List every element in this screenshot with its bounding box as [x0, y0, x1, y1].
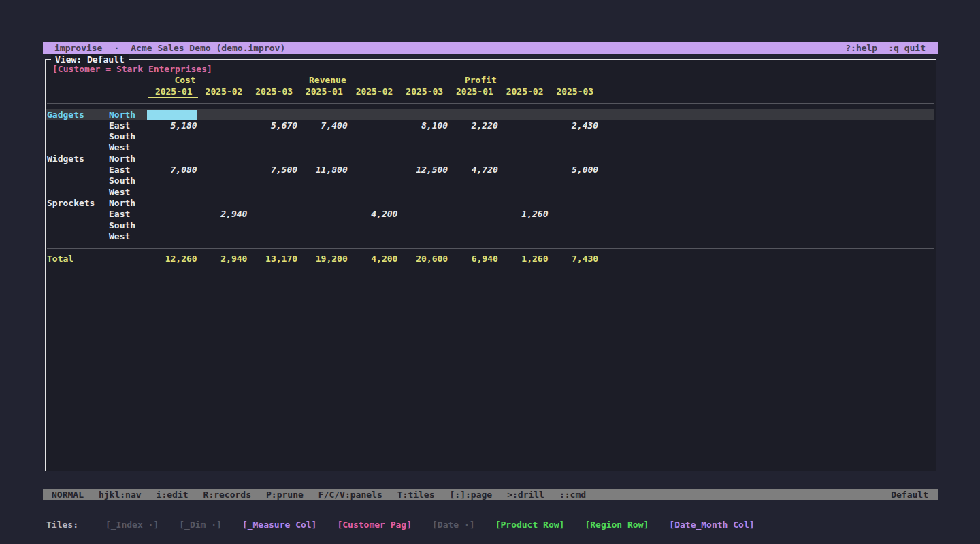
cell-0-4[interactable] [348, 109, 398, 120]
cell-7-2[interactable] [247, 187, 297, 198]
cell-11-7[interactable] [498, 231, 549, 242]
column-header-6[interactable]: 2025-01 [448, 86, 499, 98]
table-row-4[interactable]: WidgetsNorth [46, 154, 936, 165]
table-row-6[interactable]: South [46, 175, 936, 186]
cell-11-1[interactable] [197, 231, 248, 242]
cell-9-4[interactable]: 4,200 [348, 209, 398, 220]
cell-6-0[interactable] [147, 175, 197, 186]
tile-measure-col[interactable]: [_Measure Col] [242, 519, 317, 530]
cell-10-6[interactable] [448, 220, 498, 231]
cell-2-6[interactable] [448, 131, 498, 142]
cell-8-5[interactable] [397, 198, 448, 209]
cell-7-1[interactable] [197, 187, 248, 198]
cell-8-0[interactable] [147, 198, 197, 209]
cell-0-2[interactable] [247, 109, 297, 120]
cell-2-1[interactable] [197, 131, 248, 142]
cell-7-6[interactable] [448, 187, 498, 198]
column-header-2[interactable]: 2025-03 [248, 86, 298, 98]
table-row-7[interactable]: West [46, 187, 936, 198]
cell-7-4[interactable] [348, 187, 398, 198]
cell-8-3[interactable] [297, 198, 348, 209]
table-row-5[interactable]: East7,0807,50011,80012,5004,7205,000 [46, 165, 936, 175]
cell-4-0[interactable] [147, 154, 197, 165]
cell-4-5[interactable] [397, 154, 448, 165]
table-row-2[interactable]: South [46, 131, 936, 142]
cell-10-0[interactable] [147, 220, 197, 231]
cell-0-5[interactable] [397, 109, 448, 120]
cell-11-8[interactable] [549, 231, 599, 242]
cell-4-4[interactable] [348, 154, 398, 165]
cell-10-5[interactable] [397, 220, 448, 231]
tile-product-row[interactable]: [Product Row] [495, 519, 565, 530]
cell-1-7[interactable] [498, 120, 549, 131]
tile-customer-pag[interactable]: [Customer Pag] [337, 519, 412, 530]
cell-cursor[interactable] [147, 110, 197, 120]
cell-5-4[interactable] [348, 165, 398, 175]
cell-9-7[interactable]: 1,260 [498, 209, 549, 220]
cell-11-4[interactable] [348, 231, 398, 242]
cell-2-3[interactable] [297, 131, 348, 142]
measure-group-revenue[interactable]: Revenue [298, 75, 448, 86]
cell-1-1[interactable] [197, 120, 248, 131]
cell-9-0[interactable] [147, 209, 197, 220]
column-header-3[interactable]: 2025-01 [298, 86, 348, 98]
cell-6-5[interactable] [397, 175, 448, 186]
table-row-8[interactable]: SprocketsNorth [46, 198, 936, 209]
cell-4-2[interactable] [247, 154, 297, 165]
help-hint[interactable]: ?:help [845, 43, 877, 53]
cell-10-7[interactable] [498, 220, 549, 231]
cell-4-8[interactable] [549, 154, 599, 165]
column-header-5[interactable]: 2025-03 [398, 86, 448, 98]
cell-6-2[interactable] [247, 175, 297, 186]
cell-8-1[interactable] [197, 198, 248, 209]
cell-3-8[interactable] [549, 142, 599, 153]
tile-date-month-col[interactable]: [Date_Month Col] [669, 519, 754, 530]
cell-9-3[interactable] [297, 209, 348, 220]
table-row-1[interactable]: East5,1805,6707,4008,1002,2202,430 [46, 120, 936, 131]
tile-region-row[interactable]: [Region Row] [585, 519, 649, 530]
column-header-8[interactable]: 2025-03 [549, 86, 600, 98]
cell-2-4[interactable] [348, 131, 398, 142]
cell-2-5[interactable] [397, 131, 448, 142]
cell-9-6[interactable] [448, 209, 498, 220]
cell-2-8[interactable] [549, 131, 599, 142]
cell-3-0[interactable] [147, 142, 197, 153]
cell-10-3[interactable] [297, 220, 348, 231]
cell-5-1[interactable] [197, 165, 248, 175]
cell-5-6[interactable]: 4,720 [448, 165, 498, 175]
cell-4-1[interactable] [197, 154, 248, 165]
cell-9-1[interactable]: 2,940 [197, 209, 248, 220]
column-header-7[interactable]: 2025-02 [499, 86, 549, 98]
cell-7-0[interactable] [147, 187, 197, 198]
cell-10-2[interactable] [247, 220, 297, 231]
cell-4-7[interactable] [498, 154, 549, 165]
cell-8-7[interactable] [498, 198, 549, 209]
cell-0-3[interactable] [297, 109, 348, 120]
table-row-0[interactable]: GadgetsNorth [46, 109, 934, 120]
cell-0-8[interactable] [549, 109, 599, 120]
cell-11-2[interactable] [247, 231, 297, 242]
cell-3-6[interactable] [448, 142, 498, 153]
quit-hint[interactable]: :q quit [888, 43, 926, 53]
cell-1-2[interactable]: 5,670 [247, 120, 297, 131]
column-header-0[interactable]: 2025-01 [148, 86, 198, 98]
cell-6-6[interactable] [448, 175, 498, 186]
cell-5-5[interactable]: 12,500 [397, 165, 448, 175]
cell-4-6[interactable] [448, 154, 498, 165]
cell-6-7[interactable] [498, 175, 549, 186]
cell-0-1[interactable] [197, 109, 248, 120]
cell-3-3[interactable] [297, 142, 348, 153]
cell-9-5[interactable] [397, 209, 448, 220]
cell-10-8[interactable] [549, 220, 599, 231]
tile-date[interactable]: [Date ·] [432, 519, 475, 530]
cell-5-7[interactable] [498, 165, 549, 175]
cell-6-3[interactable] [297, 175, 348, 186]
cell-7-8[interactable] [549, 187, 599, 198]
cell-11-0[interactable] [147, 231, 197, 242]
cell-7-7[interactable] [498, 187, 549, 198]
cell-2-7[interactable] [498, 131, 549, 142]
table-row-9[interactable]: East2,9404,2001,260 [46, 209, 936, 220]
cell-1-5[interactable]: 8,100 [397, 120, 448, 131]
cell-6-1[interactable] [197, 175, 248, 186]
cell-11-6[interactable] [448, 231, 498, 242]
